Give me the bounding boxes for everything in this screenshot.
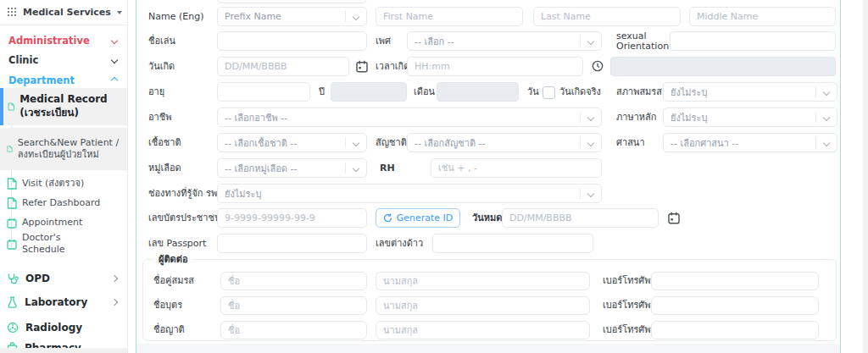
channel-select[interactable]: ยังไม่ระบุ — [217, 184, 602, 203]
spouse-first-name-input[interactable] — [220, 272, 367, 290]
cut-off-input[interactable] — [217, 0, 367, 3]
alien-number-input[interactable] — [432, 234, 593, 253]
passport-input[interactable] — [217, 234, 367, 253]
birthtime-label: เวลาเกิด — [376, 57, 409, 76]
nationality-select[interactable]: -- เลือกสัญชาติ -- — [407, 133, 602, 152]
birthtime-input[interactable] — [407, 57, 583, 76]
section-label: Clinic — [8, 54, 38, 66]
age-label: อายุ — [148, 82, 164, 102]
sidebar-item-label: Medical Record (เวชระเบียน) — [19, 93, 122, 119]
occupation-select[interactable]: -- เลือกอาชีพ -- — [217, 108, 602, 127]
citizen-id-label: เลขบัตรประชาชน — [148, 208, 220, 228]
generate-id-button[interactable]: Generate ID — [376, 208, 460, 228]
marital-status-value: ยังไม่ระบุ — [670, 85, 707, 100]
age-year-input[interactable] — [217, 82, 310, 102]
real-birthdate-checkbox[interactable] — [542, 86, 555, 99]
row-nickname-gender: ชื่อเล่น เพศ -- เลือก -- sexual Orientat… — [136, 31, 840, 51]
passport-label: เลข Passport — [148, 234, 206, 253]
refresh-icon — [383, 213, 392, 223]
row-citizen-id: เลขบัตรประชาชน Generate ID วันหมดอายุ — [136, 208, 840, 228]
birthdate-input[interactable] — [217, 57, 349, 76]
vertical-scrollbar[interactable] — [863, 0, 868, 353]
relative-last-name-input[interactable] — [376, 321, 590, 339]
channel-label: ช่องทางที่รู้จัก รพ. — [148, 184, 220, 203]
sidebar-item-radiology[interactable]: Radiology — [0, 318, 127, 337]
chevron-down-icon — [815, 137, 837, 148]
generate-id-label: Generate ID — [397, 212, 453, 223]
expiry-input[interactable] — [502, 208, 659, 228]
sidebar-item-medical-record[interactable]: Medical Record (เวชระเบียน) — [0, 88, 127, 125]
ethnicity-select[interactable]: -- เลือกเชื้อชาติ -- — [217, 133, 367, 152]
middle-name-input[interactable] — [689, 7, 836, 26]
sexual-orientation-input[interactable] — [670, 31, 836, 51]
marital-status-select[interactable]: ยังไม่ระบุ — [663, 82, 837, 102]
language-select[interactable]: ยังไม่ระบุ — [663, 108, 837, 127]
sidebar: Medical Services Administrative Clinic D… — [0, 0, 128, 353]
nickname-label: ชื่อเล่น — [148, 31, 175, 51]
sidebar-item-label: Laboratory — [25, 296, 87, 308]
last-name-input[interactable] — [533, 7, 681, 26]
gender-select[interactable]: -- เลือก -- — [407, 31, 602, 51]
channel-value: ยังไม่ระบุ — [225, 186, 261, 201]
bottom-strip — [136, 344, 840, 353]
sidebar-item-doctors-schedule[interactable]: Doctor's Schedule — [0, 231, 127, 256]
occupation-label: อาชีพ — [148, 108, 172, 127]
chevron-down-icon — [580, 36, 601, 47]
gender-label: เพศ — [376, 31, 391, 51]
citizen-id-input[interactable] — [217, 208, 367, 228]
child-phone-input[interactable] — [651, 296, 819, 315]
spouse-last-name-input[interactable] — [376, 272, 590, 290]
relative-name-label: ชื่อญาติ — [153, 321, 185, 339]
sidebar-item-search-new-patient[interactable]: Search&New Patient / ลงทะเบียนผู้ป่วยใหม… — [0, 128, 127, 170]
religion-label: ศาสนา — [616, 133, 645, 152]
contact-row-spouse: ชื่อคู่สมรส เบอร์โทรศัพท์ — [143, 272, 836, 290]
sidebar-item-label: Search&New Patient / ลงทะเบียนผู้ป่วยใหม… — [18, 137, 122, 162]
nationality-placeholder: -- เลือกสัญชาติ -- — [415, 135, 486, 151]
religion-select[interactable]: -- เลือกศาสนา -- — [663, 133, 837, 152]
file-icon — [8, 101, 14, 113]
sidebar-item-opd[interactable]: OPD — [0, 269, 127, 288]
calendar-icon[interactable] — [668, 212, 680, 224]
sidebar-item-label: Doctor's Schedule — [22, 232, 95, 256]
sidebar-item-visit[interactable]: Visit (ส่งตรวจ) — [0, 176, 127, 191]
chevron-down-icon — [815, 86, 837, 97]
nickname-input[interactable] — [217, 31, 367, 51]
row-channel: ช่องทางที่รู้จัก รพ. ยังไม่ระบุ — [136, 184, 840, 203]
chevron-down-icon — [111, 37, 118, 44]
file-icon — [7, 178, 17, 190]
app-switcher[interactable]: Medical Services — [0, 0, 127, 25]
language-label: ภาษาหลัก — [616, 108, 657, 127]
chevron-down-icon — [117, 11, 122, 14]
apps-grid-icon — [8, 8, 17, 17]
chevron-down-icon — [580, 137, 601, 148]
relative-first-name-input[interactable] — [220, 321, 367, 339]
marital-status-label: สภาพสมรส — [616, 82, 662, 102]
contact-row-relative: ชื่อญาติ เบอร์โทรศัพท์ — [143, 321, 836, 339]
patient-registration-form: Name (Eng) Prefix Name ชื่อเล่น เพศ -- เ… — [136, 0, 841, 353]
nationality-label: สัญชาติ — [376, 133, 407, 152]
sidebar-section-administrative[interactable]: Administrative — [0, 32, 127, 49]
section-label: Administrative — [8, 35, 90, 47]
child-first-name-input[interactable] — [220, 296, 367, 315]
sidebar-item-refer-dashboard[interactable]: Refer Dashboard — [0, 196, 127, 211]
stethoscope-icon — [7, 273, 19, 284]
clock-icon[interactable] — [592, 60, 604, 72]
rh-input[interactable] — [431, 158, 602, 178]
sidebar-section-department[interactable]: Department — [0, 72, 127, 89]
first-name-input[interactable] — [376, 7, 523, 26]
age-month-disabled-field — [331, 82, 407, 102]
gender-placeholder: -- เลือก -- — [415, 34, 454, 49]
sidebar-item-laboratory[interactable]: Laboratory — [0, 293, 127, 312]
chevron-up-icon — [111, 77, 118, 84]
sidebar-section-clinic[interactable]: Clinic — [0, 52, 127, 69]
contact-row-child: ชื่อบุตร เบอร์โทรศัพท์ — [143, 296, 836, 315]
calendar-icon[interactable] — [356, 60, 368, 73]
blood-group-select[interactable]: -- เลือกหมู่เลือด -- — [217, 158, 367, 178]
child-name-label: ชื่อบุตร — [153, 296, 182, 315]
sidebar-item-label: OPD — [25, 273, 50, 284]
child-last-name-input[interactable] — [376, 296, 590, 315]
relative-phone-input[interactable] — [651, 321, 819, 339]
sidebar-item-appointment[interactable]: Appointment — [0, 215, 127, 230]
spouse-phone-input[interactable] — [651, 272, 819, 290]
prefix-name-select[interactable]: Prefix Name — [217, 7, 367, 26]
